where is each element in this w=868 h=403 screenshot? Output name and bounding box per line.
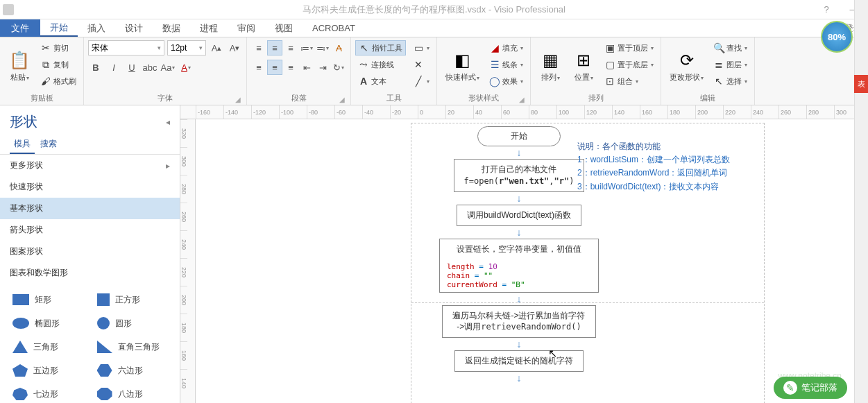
italic-button[interactable]: I [106, 60, 121, 75]
align-top-button[interactable]: ≡ [251, 40, 266, 55]
shapes-panel: 形状 ◂ 模具 搜索 更多形状 ▸ 快速形状 基本形状 箭头形状 图案形状 图表… [0, 105, 180, 403]
select-button[interactable]: ↖选择▾ [710, 74, 750, 89]
shape-triangle[interactable]: 三角形 [6, 336, 90, 357]
paste-button[interactable]: 📋 粘贴▾ [4, 40, 35, 92]
shape-right-triangle[interactable]: 直角三角形 [90, 336, 175, 357]
tab-process[interactable]: 进程 [190, 19, 228, 37]
shape-rectangle[interactable]: 矩形 [6, 289, 90, 310]
grow-font-button[interactable]: A▴ [209, 40, 224, 55]
flow-step-init[interactable]: 设置链长，空字符串变量，初值值 length = 10 chain = "" c… [439, 239, 599, 293]
flow-start[interactable]: 开始 [477, 126, 561, 146]
send-back-button[interactable]: ▢置于底层▾ [602, 57, 656, 72]
increase-indent-button[interactable]: ⇥ [315, 60, 330, 75]
crosshair-tool-button[interactable]: ✕ [410, 57, 432, 72]
watermark-badge[interactable]: ✎ 笔记部落 [774, 377, 847, 399]
collapse-icon[interactable]: ◂ [166, 117, 170, 127]
shape-heptagon[interactable]: 七边形 [6, 384, 90, 403]
shape-octagon[interactable]: 八边形 [90, 384, 175, 403]
front-icon: ▣ [604, 42, 615, 53]
layer-button[interactable]: ≣图层▾ [710, 57, 750, 72]
group-label-paragraph: 段落◢ [251, 92, 346, 103]
arrow-icon: ↓ [517, 194, 522, 203]
numbering-button[interactable]: ≕▾ [315, 40, 330, 55]
shape-pentagon[interactable]: 五边形 [6, 360, 90, 381]
position-button[interactable]: ⊞位置▾ [568, 40, 599, 92]
align-bottom-button[interactable]: ≡ [283, 40, 298, 55]
tab-acrobat[interactable]: ACROBAT [303, 19, 365, 37]
underline-button[interactable]: U [124, 60, 139, 75]
align-right-button[interactable]: ≡ [283, 60, 298, 75]
flow-step-loop[interactable]: 遍历马尔科夫链->进行累加当前字符 ->调用retrieveRandomWord… [442, 305, 595, 338]
shapes-tab-search[interactable]: 搜索 [36, 135, 61, 154]
tab-insert[interactable]: 插入 [78, 19, 115, 37]
flow-step-return[interactable]: 返回生成指定链长的随机字符 [454, 350, 584, 372]
line-tool-button[interactable]: ╱▾ [410, 74, 432, 89]
connector-tool-button[interactable]: ⤳连接线 [355, 57, 406, 72]
brush-icon: 🖌 [40, 76, 51, 87]
align-left-button[interactable]: ≡ [251, 60, 266, 75]
quick-style-button[interactable]: ◧ 快速样式▾ [441, 40, 484, 92]
shape-square[interactable]: 正方形 [90, 289, 175, 310]
pointer-tool-button[interactable]: ↖指针工具 [355, 40, 406, 55]
cat-basic-shapes[interactable]: 基本形状 [0, 198, 180, 219]
align-center-button[interactable]: ≡ [267, 60, 282, 75]
font-name-combo[interactable]: 宋体▾ [88, 40, 164, 55]
shape-hexagon[interactable]: 六边形 [90, 360, 175, 381]
flow-step-open[interactable]: 打开自己的本地文件 f=open(r"wen.txt","r") [454, 159, 585, 192]
cut-button[interactable]: ✂剪切 [37, 40, 79, 55]
group-button[interactable]: ⊡组合▾ [602, 74, 656, 89]
case-button[interactable]: Aa▾ [160, 60, 176, 75]
canvas-area[interactable]: -160-140-120-100-80-60-40-20020406080100… [180, 105, 868, 403]
tab-review[interactable]: 审阅 [228, 19, 265, 37]
find-button[interactable]: 🔍查找▾ [710, 40, 750, 55]
rect-tool-button[interactable]: ▭▾ [410, 40, 432, 55]
shrink-font-button[interactable]: A▾ [227, 40, 242, 55]
group-label-tools: 工具 [355, 92, 432, 103]
canvas[interactable]: 开始 ↓ 打开自己的本地文件 f=open(r"wen.txt","r") ↓ … [196, 119, 868, 403]
bullets-button[interactable]: ≔▾ [299, 40, 314, 55]
copy-button[interactable]: ⧉复制 [37, 57, 79, 72]
shape-ellipse[interactable]: 椭圆形 [6, 313, 90, 334]
find-icon: 🔍 [713, 42, 724, 53]
change-shape-button[interactable]: ⟳更改形状▾ [665, 40, 708, 92]
tab-home[interactable]: 开始 [40, 19, 78, 37]
bold-button[interactable]: B [88, 60, 103, 75]
ribbon-group-shapestyle: ◧ 快速样式▾ ◢填充▾ ☰线条▾ ◯效果▾ 形状样式◢ [437, 37, 531, 105]
tab-data[interactable]: 数据 [153, 19, 190, 37]
shapes-tab-stencil[interactable]: 模具 [10, 135, 35, 154]
group-label-clipboard: 剪贴板 [4, 92, 79, 103]
cat-quick-shapes[interactable]: 快速形状 [0, 176, 180, 198]
clear-format-button[interactable]: A̶ [331, 40, 346, 55]
effect-button[interactable]: ◯效果▾ [486, 74, 526, 89]
shape-circle[interactable]: 圆形 [90, 313, 175, 334]
font-color-button[interactable]: A▾ [178, 60, 194, 75]
arrange-icon: ▦ [539, 49, 561, 71]
align-middle-button[interactable]: ≡ [267, 40, 282, 55]
side-tag[interactable]: 表 [854, 75, 868, 93]
file-tab[interactable]: 文件 [0, 19, 40, 37]
ribbon-group-paragraph: ≡ ≡ ≡ ≔▾ ≕▾ A̶ ≡ ≡ ≡ ⇤ ⇥ ↻▾ 段落◢ [247, 37, 351, 105]
format-painter-button[interactable]: 🖌格式刷 [37, 74, 79, 89]
cat-pattern-shapes[interactable]: 图案形状 [0, 241, 180, 262]
fill-button[interactable]: ◢填充▾ [486, 40, 526, 55]
flow-step-build[interactable]: 调用buildWordDict(text)函数 [457, 205, 581, 226]
scissors-icon: ✂ [40, 42, 51, 53]
text-tool-button[interactable]: A文本 [355, 74, 406, 89]
cat-more-shapes[interactable]: 更多形状 ▸ [0, 155, 180, 176]
layer-icon: ≣ [713, 59, 724, 70]
strike-button[interactable]: abc [142, 60, 158, 75]
line-style-button[interactable]: ☰线条▾ [486, 57, 526, 72]
font-size-combo[interactable]: 12pt▾ [167, 40, 206, 55]
cat-chart-shapes[interactable]: 图表和数学图形 [0, 262, 180, 284]
arrange-button[interactable]: ▦排列▾ [535, 40, 565, 92]
bring-front-button[interactable]: ▣置于顶层▾ [602, 40, 656, 55]
tab-design[interactable]: 设计 [115, 19, 153, 37]
decrease-indent-button[interactable]: ⇤ [299, 60, 314, 75]
tab-view[interactable]: 视图 [265, 19, 303, 37]
cat-arrow-shapes[interactable]: 箭头形状 [0, 219, 180, 241]
rotate-text-button[interactable]: ↻▾ [331, 60, 346, 75]
explanation-note[interactable]: 说明：各个函数的功能 1：wordListSum：创建一个单词列表总数 2：re… [577, 140, 730, 194]
help-button[interactable]: ? [812, 0, 840, 19]
mouse-cursor-icon: ↖ [548, 347, 557, 360]
ribbon-group-arrange: ▦排列▾ ⊞位置▾ ▣置于顶层▾ ▢置于底层▾ ⊡组合▾ 排列 [531, 37, 661, 105]
